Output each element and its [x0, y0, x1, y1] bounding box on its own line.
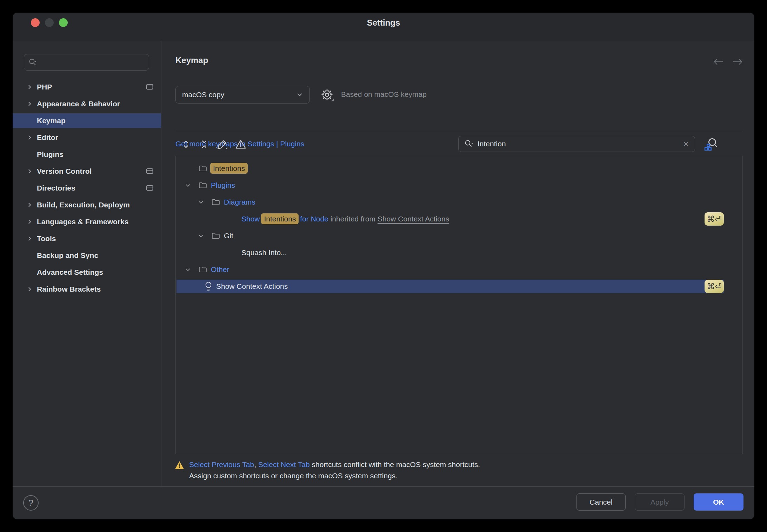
- keymap-dropdown[interactable]: macOS copy: [175, 86, 310, 104]
- chevron-right-icon[interactable]: [27, 219, 33, 225]
- sidebar-item-label: Languages & Frameworks: [37, 218, 128, 226]
- minimize-button[interactable]: [45, 18, 54, 27]
- chevron-right-icon[interactable]: [27, 101, 33, 107]
- select-next-tab-link[interactable]: Select Next Tab: [258, 460, 310, 468]
- sidebar-item-label: Build, Execution, Deploym: [37, 201, 130, 209]
- tree-toolbar: [180, 138, 247, 151]
- edit-shortcut-button[interactable]: [216, 138, 229, 151]
- tree-row-intentions[interactable]: Intentions: [176, 160, 742, 177]
- collapse-all-button[interactable]: [198, 138, 211, 151]
- window-title: Settings: [13, 13, 754, 28]
- select-previous-tab-link[interactable]: Select Previous Tab: [189, 460, 254, 468]
- sidebar-item-backup-and-sync[interactable]: Backup and Sync: [13, 247, 161, 264]
- sidebar-item-label: Version Control: [37, 167, 92, 175]
- shortcut-badge: ⌘⏎: [705, 212, 724, 226]
- tree-row-git[interactable]: Git: [176, 227, 742, 244]
- sidebar-item-label: Rainbow Brackets: [37, 285, 101, 293]
- sidebar-item-languages-frameworks[interactable]: Languages & Frameworks: [13, 213, 161, 230]
- forward-button[interactable]: [731, 58, 744, 66]
- search-match-highlight: Intentions: [261, 213, 299, 224]
- sidebar-item-plugins[interactable]: Plugins: [13, 146, 161, 163]
- help-button[interactable]: ?: [23, 495, 39, 511]
- action-name-part: Show: [241, 215, 260, 223]
- folder-icon: [199, 181, 207, 189]
- tree-row-label: Show Context Actions: [216, 282, 288, 291]
- back-button[interactable]: [712, 58, 725, 66]
- sidebar-item-php[interactable]: PHP: [13, 79, 161, 95]
- ok-button[interactable]: OK: [694, 493, 743, 511]
- expand-all-button[interactable]: [180, 138, 192, 151]
- sidebar-item-advanced-settings[interactable]: Advanced Settings: [13, 264, 161, 281]
- action-name-part: for Node: [300, 215, 328, 223]
- chevron-down-icon: [296, 91, 303, 98]
- chevron-right-icon[interactable]: [27, 84, 33, 90]
- close-button[interactable]: [31, 18, 40, 27]
- shortcut-badge: ⌘⏎: [705, 280, 724, 293]
- find-by-shortcut-button[interactable]: [703, 137, 718, 152]
- chevron-right-icon[interactable]: [27, 286, 33, 292]
- tree-row-label: Plugins: [211, 181, 235, 189]
- tree-row-other[interactable]: Other: [176, 261, 742, 278]
- chevron-right-icon[interactable]: [27, 236, 33, 242]
- warning-triangle-icon: [235, 139, 246, 150]
- tree-row-label: Git: [224, 232, 233, 240]
- tree-row-squash-into[interactable]: Squash Into...: [176, 244, 742, 261]
- sidebar-item-label: Appearance & Behavior: [37, 100, 120, 108]
- sidebar-item-editor[interactable]: Editor: [13, 129, 161, 146]
- sidebar-item-directories[interactable]: Directories: [13, 180, 161, 197]
- action-search-input[interactable]: [477, 139, 679, 148]
- zoom-button[interactable]: [59, 18, 68, 27]
- chevron-right-icon[interactable]: [27, 202, 33, 208]
- chevron-right-icon[interactable]: [27, 135, 33, 141]
- sidebar-item-label: Keymap: [37, 117, 66, 125]
- keymap-tree: Intentions Plugins: [175, 156, 743, 454]
- sidebar-item-build-execution-deployment[interactable]: Build, Execution, Deploym: [13, 197, 161, 213]
- based-on-label: Based on macOS keymap: [341, 90, 427, 99]
- window-badge-icon: [146, 168, 153, 174]
- chevron-down-icon[interactable]: [197, 233, 204, 239]
- chevron-down-icon[interactable]: [184, 267, 191, 273]
- sidebar-search-field[interactable]: [24, 54, 149, 71]
- clear-search-icon[interactable]: ✕: [683, 140, 689, 148]
- sidebar-item-label: Directories: [37, 184, 75, 192]
- sidebar-item-label: Editor: [37, 133, 58, 142]
- tree-row-diagrams[interactable]: Diagrams: [176, 194, 742, 211]
- tree-row-label: Other: [211, 265, 229, 274]
- toolbar-separator: [175, 131, 743, 131]
- chevron-right-icon[interactable]: [27, 168, 33, 174]
- warning-icon: [175, 461, 184, 470]
- expand-all-icon: [181, 139, 191, 149]
- traffic-lights: [31, 18, 68, 27]
- help-icon: ?: [28, 498, 33, 508]
- inherited-action-link[interactable]: Show Context Actions: [378, 215, 449, 223]
- sidebar-item-label: Backup and Sync: [37, 251, 98, 260]
- sidebar-item-tools[interactable]: Tools: [13, 230, 161, 247]
- pencil-icon: [217, 139, 228, 150]
- chevron-down-icon[interactable]: [197, 199, 204, 205]
- tree-row-plugins[interactable]: Plugins: [176, 177, 742, 194]
- apply-button[interactable]: Apply: [635, 493, 685, 511]
- dialog-footer: ? Cancel Apply OK: [13, 486, 754, 519]
- settings-sidebar: PHP Appearance & Behavior Keymap: [13, 41, 161, 486]
- sidebar-item-appearance-behavior[interactable]: Appearance & Behavior: [13, 95, 161, 112]
- find-by-shortcut-icon: [704, 137, 718, 151]
- titlebar: Settings: [13, 13, 754, 41]
- keymap-settings-gear-button[interactable]: [319, 87, 335, 102]
- keymap-dropdown-value: macOS copy: [182, 91, 224, 99]
- sidebar-search-input[interactable]: [40, 58, 145, 67]
- warning-line-2: Assign custom shortcuts or change the ma…: [189, 470, 480, 481]
- sidebar-item-keymap[interactable]: Keymap: [13, 112, 161, 129]
- sidebar-item-rainbow-brackets[interactable]: Rainbow Brackets: [13, 281, 161, 298]
- gear-icon: [320, 88, 334, 102]
- tree-row-show-intentions-for-node[interactable]: Show Intentions for Node inherited from …: [176, 211, 742, 227]
- sidebar-item-label: Plugins: [37, 150, 64, 159]
- chevron-down-icon[interactable]: [184, 182, 191, 188]
- tree-row-show-context-actions[interactable]: Show Context Actions ⌘⏎: [176, 278, 742, 295]
- sidebar-item-version-control[interactable]: Version Control: [13, 163, 161, 180]
- folder-icon: [212, 232, 220, 240]
- action-search-field[interactable]: ✕: [458, 136, 695, 152]
- lightbulb-icon: [205, 281, 212, 291]
- cancel-button[interactable]: Cancel: [576, 493, 626, 511]
- collapse-all-icon: [199, 139, 209, 149]
- show-conflicts-button[interactable]: [234, 138, 247, 151]
